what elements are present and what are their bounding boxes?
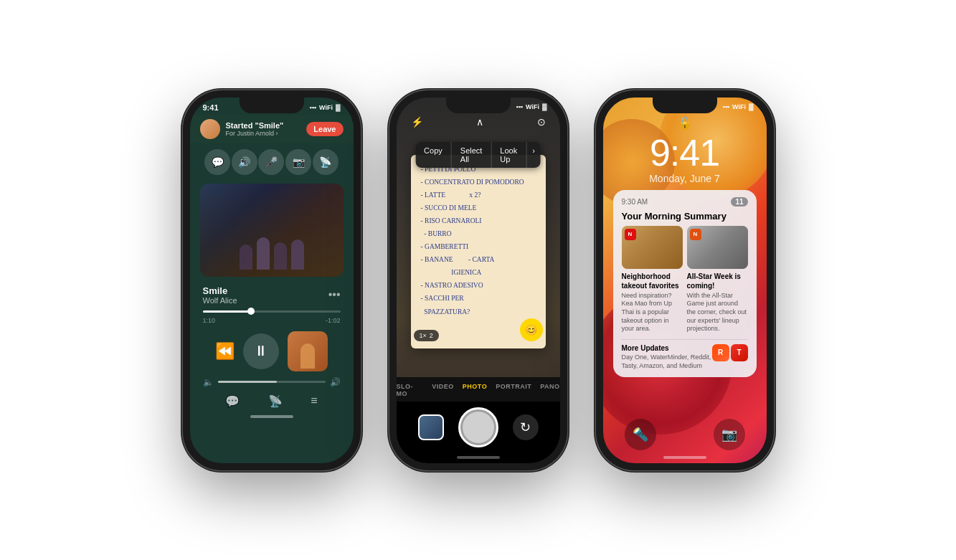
p1-pip-video[interactable]: [288, 331, 328, 371]
p1-bottom-row: 💬 📡 ≡: [190, 387, 354, 412]
p3-notification[interactable]: 9:30 AM 11 Your Morning Summary N: [613, 190, 757, 378]
p1-pip-person: [300, 343, 315, 369]
p3-signal: ▪▪▪: [722, 103, 729, 110]
p1-wifi-icon: WiFi: [319, 104, 333, 111]
p2-mode-photo[interactable]: PHOTO: [463, 383, 487, 397]
p1-share-button[interactable]: 📡: [313, 149, 339, 175]
p2-arrow-icon[interactable]: ∧: [476, 116, 483, 128]
p1-banner-left: Started "Smile" For Justin Arnold ›: [200, 119, 284, 139]
p2-status-icons: ▪▪▪ WiFi ▓: [516, 103, 546, 110]
phone-1: 9:41 ▪▪▪ WiFi ▓ Started "Smile" For Just…: [183, 90, 361, 470]
p1-queue-button[interactable]: ≡: [311, 394, 317, 408]
p2-camera-controls: SLO-MO VIDEO PHOTO PORTRAIT PANO ↻: [397, 377, 560, 463]
p2-note-item-4: - SUCCO DI MELE: [421, 202, 536, 214]
p1-time-total: -1:02: [326, 317, 341, 324]
p2-zoom-label: 2: [430, 332, 433, 339]
p3-home-indicator: [663, 456, 706, 459]
p3-more-icons: R T: [712, 344, 748, 361]
p2-mode-portrait[interactable]: PORTRAIT: [496, 383, 531, 397]
p2-mode-slomo[interactable]: SLO-MO: [397, 383, 424, 397]
p1-facetime-banner[interactable]: Started "Smile" For Justin Arnold › Leav…: [190, 115, 354, 143]
p1-controls-row: 💬 🔊 🎤 📷 📡: [190, 143, 354, 181]
phone-2: ▪▪▪ WiFi ▓ ⚡ ∧ ⊙ Copy Select All Look Up: [389, 90, 567, 470]
p3-news-item-2[interactable]: N All-Star Week is coming! With the All-…: [687, 226, 748, 333]
phones-container: 9:41 ▪▪▪ WiFi ▓ Started "Smile" For Just…: [140, 69, 817, 492]
notch-2: [446, 98, 511, 113]
p1-camera-button[interactable]: 📷: [285, 149, 311, 175]
p2-timer-icon[interactable]: ⊙: [537, 116, 546, 128]
p1-volume-row: 🔈 🔊: [190, 377, 354, 387]
p2-note-item-11: - SACCHI PER: [421, 293, 536, 305]
p2-home-indicator: [457, 456, 500, 459]
p1-pause-button[interactable]: ⏸: [243, 333, 279, 369]
p3-sport-icon: N: [690, 229, 701, 240]
p3-news-img-2: N: [687, 226, 748, 269]
p2-look-up-button[interactable]: Look Up: [491, 142, 526, 168]
p1-volume-fill: [218, 381, 278, 383]
p1-time-row: 1:10 -1:02: [190, 315, 354, 326]
p3-lock-icon-row: 🔓: [603, 113, 767, 131]
p2-cam-top-icons: ⚡ ∧ ⊙: [397, 113, 560, 130]
p2-camera-modes: SLO-MO VIDEO PHOTO PORTRAIT PANO: [397, 377, 560, 402]
p2-toolbar-more[interactable]: ›: [526, 142, 541, 168]
p3-flashlight-button[interactable]: 🔦: [625, 419, 656, 450]
p2-live-text-icon[interactable]: 😊: [520, 318, 543, 341]
notch-3: [653, 98, 717, 113]
p2-shutter-inner: [463, 412, 494, 443]
p1-time-current: 1:10: [203, 317, 216, 324]
p1-signal-icon: ▪▪▪: [309, 104, 316, 111]
p3-camera-button[interactable]: 📷: [714, 419, 745, 450]
p1-volume-bar[interactable]: [218, 381, 326, 383]
p2-live-text-toolbar: Copy Select All Look Up ›: [415, 142, 541, 168]
p1-leave-button[interactable]: Leave: [306, 122, 343, 136]
p2-note-item-8: - BANANE - CARTA: [421, 254, 536, 266]
p3-news-grid: N Neighborhood takeout favorites Need in…: [622, 226, 748, 333]
p3-news-headline-2: All-Star Week is coming!: [687, 272, 748, 290]
p1-progress-bar[interactable]: [203, 310, 341, 313]
p1-mic-button[interactable]: 🎤: [258, 149, 284, 175]
p1-chat-button[interactable]: 💬: [204, 149, 230, 175]
p2-flip-camera-button[interactable]: ↻: [513, 414, 539, 440]
phone-1-screen: 9:41 ▪▪▪ WiFi ▓ Started "Smile" For Just…: [190, 98, 354, 463]
p2-mode-video[interactable]: VIDEO: [432, 383, 454, 397]
p2-copy-button[interactable]: Copy: [415, 142, 452, 168]
p1-volume-low-icon: 🔈: [203, 377, 214, 387]
p3-news-item-1[interactable]: N Neighborhood takeout favorites Need in…: [622, 226, 683, 333]
p2-note-item-7: - GAMBERETTI: [421, 241, 536, 253]
p1-rewind-button[interactable]: ⏪: [215, 342, 235, 361]
p2-note-item-10: - NASTRO ADESIVO: [421, 280, 536, 292]
p3-wifi: WiFi: [732, 103, 746, 110]
p1-speaker-button[interactable]: 🔊: [232, 149, 257, 175]
p2-note-item-12: SPAZZATURA?: [421, 306, 536, 318]
p3-more-title: More Updates: [622, 344, 712, 352]
p2-shutter-button[interactable]: [458, 407, 498, 447]
p1-banner-text: Started "Smile" For Justin Arnold ›: [226, 121, 284, 137]
p3-lock-time: 9:41: [603, 134, 767, 171]
p3-more-body: Day One, WaterMinder, Reddit, Tasty, Ama…: [622, 353, 712, 370]
p3-food-image: N: [622, 226, 683, 269]
p3-bottom-controls: 🔦 📷: [603, 419, 767, 450]
p3-notif-title: Your Morning Summary: [622, 211, 748, 222]
p2-select-all-button[interactable]: Select All: [452, 142, 492, 168]
p1-more-dots[interactable]: •••: [328, 288, 341, 301]
phone-3-screen: ▪▪▪ WiFi ▓ 🔓 9:41 Monday, June 7 9:30 AM: [603, 98, 767, 463]
notch-1: [240, 98, 304, 113]
p3-tasty-icon: T: [731, 344, 748, 361]
p3-sport-image: N: [687, 226, 748, 269]
p1-banner-subtitle: For Justin Arnold ›: [226, 130, 284, 137]
p3-reddit-icon: R: [712, 344, 729, 361]
p1-progress-thumb: [247, 308, 255, 315]
p1-banner-title: Started "Smile": [226, 121, 284, 130]
p2-mode-pano[interactable]: PANO: [540, 383, 559, 397]
p1-avatar: [200, 119, 220, 139]
p3-more-text: More Updates Day One, WaterMinder, Reddi…: [622, 344, 712, 370]
p1-airplay-button[interactable]: 📡: [268, 394, 283, 408]
p3-news-headline-1: Neighborhood takeout favorites: [622, 272, 683, 290]
p2-wifi: WiFi: [526, 103, 539, 110]
p2-flash-icon[interactable]: ⚡: [411, 116, 423, 128]
p1-playback-controls: ⏪ ⏸: [190, 326, 354, 377]
p1-album-art: [200, 184, 344, 277]
p1-band-silhouette: [240, 237, 304, 270]
p1-messages-button[interactable]: 💬: [225, 394, 240, 408]
p2-thumbnail[interactable]: [418, 414, 444, 440]
